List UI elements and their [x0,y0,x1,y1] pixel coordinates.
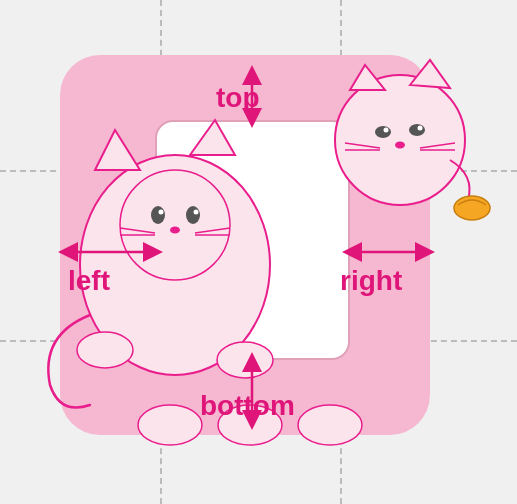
left-label: left [68,265,110,297]
bottom-label: bottom [200,390,295,422]
canvas: top bottom left right [0,0,517,504]
right-label: right [340,265,402,297]
top-label: top [216,82,260,114]
inner-box [155,120,350,360]
svg-point-28 [454,196,490,220]
